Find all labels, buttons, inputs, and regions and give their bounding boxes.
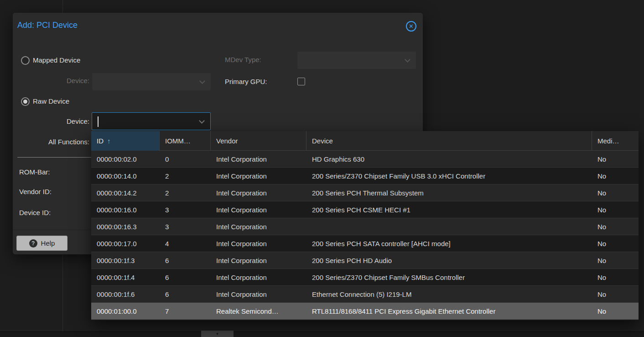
cell-id: 0000:01:00.0 — [91, 303, 160, 319]
mapped-device-radio-label: Mapped Device — [33, 56, 80, 65]
chevron-down-icon — [199, 78, 205, 84]
cell-iommu: 0 — [160, 151, 211, 167]
cell-vendor: Intel Corporation — [211, 168, 306, 184]
mdev-type-combobox[interactable] — [297, 52, 416, 69]
cell-device: 200 Series PCH CSME HECI #1 — [306, 201, 592, 218]
vendor-id-label: Vendor ID: — [19, 187, 52, 196]
cell-iommu: 6 — [160, 286, 211, 302]
cell-iommu: 6 — [160, 252, 211, 269]
column-header-vendor[interactable]: Vendor — [211, 131, 306, 151]
cell-device: 200 Series/Z370 Chipset Family USB 3.0 x… — [306, 168, 592, 184]
device-table-header: ID↑IOMM…VendorDeviceMedi… — [91, 131, 639, 151]
dialog-title: Add: PCI Device — [17, 21, 78, 30]
cell-iommu: 7 — [160, 303, 211, 319]
device-table-body: 0000:00:02.00Intel CorporationHD Graphic… — [91, 151, 639, 320]
cell-mediated: No — [592, 218, 639, 235]
cell-iommu: 2 — [160, 184, 211, 201]
device-row[interactable]: 0000:00:16.03Intel Corporation200 Series… — [91, 201, 639, 218]
device-row[interactable]: 0000:00:1f.36Intel Corporation200 Series… — [91, 252, 639, 269]
device-id-label: Device ID: — [19, 208, 51, 217]
cell-iommu: 2 — [160, 168, 211, 184]
desktop-background: ▼ Add: PCI Device ✕ Mapped Device MDev T… — [0, 0, 644, 337]
mapped-device-combo-label: Device: — [26, 76, 89, 85]
cell-device — [306, 218, 592, 235]
cell-iommu: 6 — [160, 269, 211, 285]
cell-vendor: Intel Corporation — [211, 218, 306, 235]
primary-gpu-checkbox[interactable] — [297, 78, 305, 85]
cell-vendor: Realtek Semicond… — [211, 303, 306, 319]
raw-device-radio[interactable] — [21, 97, 30, 106]
background-bottom-bar — [0, 332, 644, 337]
device-row[interactable]: 0000:00:1f.66Intel CorporationEthernet C… — [91, 286, 639, 303]
cell-mediated: No — [592, 168, 639, 184]
cell-device: 200 Series PCH Thermal Subsystem — [306, 184, 592, 201]
column-header-label: Medi… — [597, 137, 619, 145]
close-icon[interactable]: ✕ — [406, 21, 416, 32]
cell-id: 0000:00:14.0 — [91, 168, 160, 184]
help-icon: ? — [29, 239, 37, 247]
all-functions-label: All Functions: — [26, 137, 89, 147]
column-header-label: Device — [312, 137, 333, 145]
cell-vendor: Intel Corporation — [211, 235, 306, 252]
triangle-down-icon: ▼ — [216, 332, 219, 336]
cell-id: 0000:00:16.0 — [91, 201, 160, 218]
raw-device-combo-label: Device: — [26, 117, 89, 126]
mdev-type-label: MDev Type: — [225, 55, 261, 64]
cell-iommu: 4 — [160, 235, 211, 252]
text-caret — [98, 116, 99, 127]
mapped-device-combobox[interactable] — [92, 73, 211, 90]
column-header-mediated[interactable]: Medi… — [592, 131, 639, 151]
cell-mediated: No — [592, 269, 639, 285]
cell-mediated: No — [592, 151, 639, 167]
cell-device: 200 Series PCH SATA controller [AHCI mod… — [306, 235, 592, 252]
cell-mediated: No — [592, 286, 639, 302]
device-dropdown-list: ID↑IOMM…VendorDeviceMedi… 0000:00:02.00I… — [91, 131, 639, 320]
cell-iommu: 3 — [160, 218, 211, 235]
cell-mediated: No — [592, 201, 639, 218]
cell-vendor: Intel Corporation — [211, 201, 306, 218]
primary-gpu-label: Primary GPU: — [225, 77, 267, 86]
sort-asc-icon: ↑ — [107, 137, 111, 145]
chevron-down-icon — [405, 57, 410, 63]
cell-mediated: No — [592, 184, 639, 201]
cell-mediated: No — [592, 252, 639, 269]
device-row[interactable]: 0000:00:17.04Intel Corporation200 Series… — [91, 235, 639, 252]
cell-vendor: Intel Corporation — [211, 184, 306, 201]
cell-vendor: Intel Corporation — [211, 252, 306, 269]
device-row[interactable]: 0000:00:16.33Intel CorporationNo — [91, 218, 639, 235]
column-header-iommu[interactable]: IOMM… — [160, 131, 211, 151]
cell-id: 0000:00:1f.4 — [91, 269, 160, 285]
cell-device: 200 Series PCH HD Audio — [306, 252, 592, 269]
cell-device: Ethernet Connection (5) I219-LM — [306, 286, 592, 302]
help-button[interactable]: ? Help — [16, 236, 68, 251]
cell-id: 0000:00:17.0 — [91, 235, 160, 252]
rom-bar-label: ROM-Bar: — [19, 168, 50, 177]
cell-mediated: No — [592, 235, 639, 252]
cell-id: 0000:00:14.2 — [91, 184, 160, 201]
cell-id: 0000:00:1f.3 — [91, 252, 160, 269]
cell-vendor: Intel Corporation — [211, 151, 306, 167]
mapped-device-radio[interactable] — [21, 56, 30, 65]
column-header-device[interactable]: Device — [306, 131, 592, 151]
cell-vendor: Intel Corporation — [211, 286, 306, 302]
cell-device: 200 Series/Z370 Chipset Family SMBus Con… — [306, 269, 592, 285]
cell-id: 0000:00:02.0 — [91, 151, 160, 167]
device-row[interactable]: 0000:00:02.00Intel CorporationHD Graphic… — [91, 151, 639, 168]
raw-device-radio-label: Raw Device — [33, 97, 69, 106]
column-header-label: ID — [97, 137, 104, 145]
help-button-label: Help — [41, 239, 55, 247]
device-row[interactable]: 0000:00:1f.46Intel Corporation200 Series… — [91, 269, 639, 286]
cell-device: RTL8111/8168/8411 PCI Express Gigabit Et… — [306, 303, 592, 319]
column-header-label: Vendor — [216, 137, 238, 145]
cell-id: 0000:00:16.3 — [91, 218, 160, 235]
device-row[interactable]: 0000:01:00.07Realtek Semicond…RTL8111/81… — [91, 303, 639, 320]
cell-vendor: Intel Corporation — [211, 269, 306, 285]
device-row[interactable]: 0000:00:14.02Intel Corporation200 Series… — [91, 168, 639, 184]
column-header-id[interactable]: ID↑ — [91, 131, 160, 151]
panel-collapse-handle[interactable]: ▼ — [201, 331, 234, 337]
raw-device-combobox[interactable] — [92, 112, 211, 130]
device-row[interactable]: 0000:00:14.22Intel Corporation200 Series… — [91, 184, 639, 201]
cell-iommu: 3 — [160, 201, 211, 218]
cell-device: HD Graphics 630 — [306, 151, 592, 167]
column-header-label: IOMM… — [165, 137, 191, 145]
